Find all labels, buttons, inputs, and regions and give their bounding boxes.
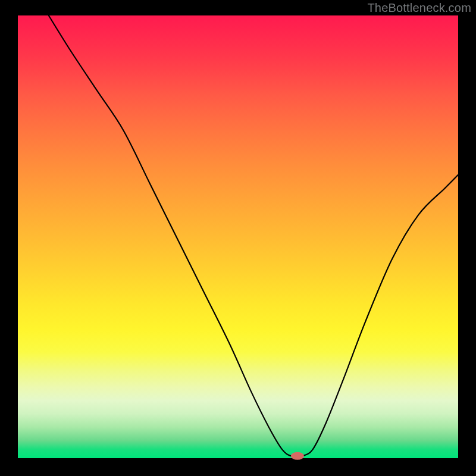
- curve-minimum-marker: [291, 452, 304, 460]
- plot-area: [18, 15, 458, 458]
- curve-layer: [18, 15, 458, 458]
- watermark-label: TheBottleneck.com: [367, 1, 471, 15]
- bottleneck-curve-path: [49, 15, 458, 456]
- chart-frame: TheBottleneck.com: [0, 0, 476, 476]
